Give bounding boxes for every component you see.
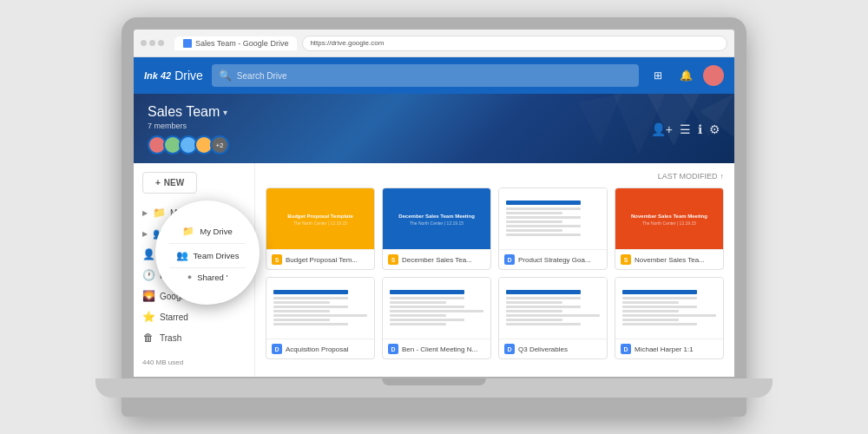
preview-sub-0: The North Center | 12.19.15 [293, 220, 347, 226]
dl-7e [622, 314, 716, 317]
doc-line-2 [506, 212, 562, 214]
grid-view-button[interactable]: ⊞ [648, 65, 668, 86]
navigation-dropdown[interactable]: 📁 My Drive 👥 Team Drives ● Shared ' [160, 205, 255, 300]
file-info-6: D Q3 Deliverables [499, 339, 607, 358]
file-preview-6 [499, 278, 607, 339]
dropdown-my-drive-label: My Drive [200, 227, 232, 236]
file-name-0: Budget Proposal Tem... [286, 256, 358, 264]
tab-favicon [183, 39, 192, 48]
file-type-icon-6: D [504, 344, 515, 354]
preview-sub-1: The North Center | 12.19.15 [410, 220, 464, 226]
dl-6c [506, 306, 581, 308]
file-name-3: November Sales Tea... [635, 256, 705, 264]
url-bar[interactable]: https://drive.google.com [302, 36, 727, 51]
dropdown-divider-2 [169, 267, 246, 268]
user-avatar[interactable] [703, 65, 724, 86]
doc-title-5 [390, 290, 464, 294]
drive-logo: Ink 42 Drive [144, 69, 203, 82]
sort-label[interactable]: LAST MODIFIED ↑ [658, 172, 724, 181]
file-type-icon-0: S [272, 254, 282, 265]
doc-line-4c [273, 306, 348, 308]
dl-6b [506, 301, 562, 304]
file-card-6[interactable]: D Q3 Deliverables [498, 277, 608, 359]
trash-label: Trash [160, 333, 181, 343]
doc-line-4g [273, 323, 348, 326]
dl-6d [506, 310, 562, 312]
doc-line-3 [506, 216, 581, 219]
dl-6f [506, 319, 562, 321]
file-type-icon-3: S [621, 254, 631, 265]
laptop-frame: Sales Team - Google Drive https://drive.… [122, 17, 746, 417]
doc-line-4 [506, 220, 562, 223]
photos-icon: 🌄 [142, 290, 155, 302]
file-name-6: Q3 Deliverables [518, 345, 568, 353]
dropdown-shared[interactable]: ● Shared ' [160, 270, 255, 285]
file-info-4: D Acquisition Proposal [266, 339, 374, 358]
header-decoration [474, 94, 734, 163]
file-card-7[interactable]: D Michael Harper 1:1 [615, 277, 724, 359]
team-info: Sales Team ▾ 7 members +2 [148, 104, 229, 155]
dl-5b [390, 301, 446, 304]
top-bar-actions: ⊞ 🔔 [648, 65, 724, 86]
file-name-7: Michael Harper 1:1 [635, 345, 694, 353]
doc-lines-5 [386, 288, 487, 329]
minimize-dot [149, 40, 155, 46]
dropdown-team-drives[interactable]: 👥 Team Drives [160, 246, 255, 266]
file-type-icon-7: D [621, 344, 631, 354]
file-info-5: D Ben - Client Meeting N... [383, 339, 490, 358]
top-bar: Ink 42 Drive 🔍 Search Drive ⊞ 🔔 [134, 57, 734, 94]
sidebar-item-starred[interactable]: ⭐ Starred [134, 306, 254, 327]
file-card-4[interactable]: D Acquisition Proposal [266, 277, 375, 359]
team-dropdown-icon[interactable]: ▾ [223, 108, 227, 117]
sidebar-item-trash[interactable]: 🗑 Trash [134, 327, 254, 348]
file-preview-0: Budget Proposal Template The North Cente… [266, 188, 374, 249]
trash-icon: 🗑 [142, 332, 155, 344]
file-name-1: December Sales Tea... [402, 256, 472, 264]
doc-line-1 [506, 207, 581, 210]
file-type-icon-5: D [388, 344, 398, 354]
shared-icon: 👤 [142, 248, 155, 260]
doc-title-7 [622, 290, 697, 294]
file-name-5: Ben - Client Meeting N... [402, 345, 477, 353]
dropdown-shared-indicator: ● [187, 273, 192, 281]
maximize-dot [158, 40, 164, 46]
member-avatar-more: +2 [210, 135, 229, 155]
doc-line-4a [273, 297, 348, 299]
expand-icon: ▶ [142, 209, 148, 217]
team-name: Sales Team [148, 104, 220, 120]
svg-marker-3 [578, 94, 621, 146]
dl-6g [506, 323, 581, 326]
browser-tab[interactable]: Sales Team - Google Drive [174, 36, 297, 50]
doc-line-4e [273, 314, 367, 317]
doc-lines-7 [619, 288, 720, 329]
file-type-icon-2: D [504, 254, 515, 265]
notifications-button[interactable]: 🔔 [675, 65, 696, 86]
doc-line-6 [506, 229, 562, 232]
file-card-3[interactable]: November Sales Team Meeting The North Ce… [615, 187, 724, 270]
dl-5g [390, 323, 446, 326]
new-button[interactable]: + NEW [142, 172, 197, 194]
search-bar[interactable]: 🔍 Search Drive [212, 64, 639, 87]
dropdown-my-drive[interactable]: 📁 My Drive [160, 221, 255, 241]
close-dot [141, 40, 147, 46]
dl-5a [390, 297, 464, 299]
file-name-2: Product Strategy Goa... [518, 256, 591, 264]
doc-line-4d [273, 310, 330, 312]
sidebar: + NEW ▶ 📁 My Drive ▶ 👥 Team Drives [134, 163, 255, 377]
file-preview-5 [383, 278, 490, 339]
main-content: + NEW ▶ 📁 My Drive ▶ 👥 Team Drives [134, 163, 734, 377]
dl-7g [622, 323, 697, 326]
doc-line-4b [273, 301, 330, 304]
file-info-2: D Product Strategy Goa... [499, 249, 607, 269]
file-card-0[interactable]: Budget Proposal Template The North Cente… [266, 187, 375, 270]
file-card-1[interactable]: December Sales Team Meeting The North Ce… [382, 187, 491, 270]
doc-line-4f [273, 319, 330, 321]
file-card-5[interactable]: D Ben - Client Meeting N... [382, 277, 491, 359]
dl-5e [390, 314, 446, 317]
file-type-icon-4: D [272, 344, 282, 354]
expand-icon-2: ▶ [142, 230, 148, 238]
file-info-7: D Michael Harper 1:1 [615, 339, 723, 358]
file-card-2[interactable]: D Product Strategy Goa... [498, 187, 608, 270]
file-preview-2 [499, 188, 607, 249]
browser-chrome: Sales Team - Google Drive https://drive.… [134, 30, 734, 57]
